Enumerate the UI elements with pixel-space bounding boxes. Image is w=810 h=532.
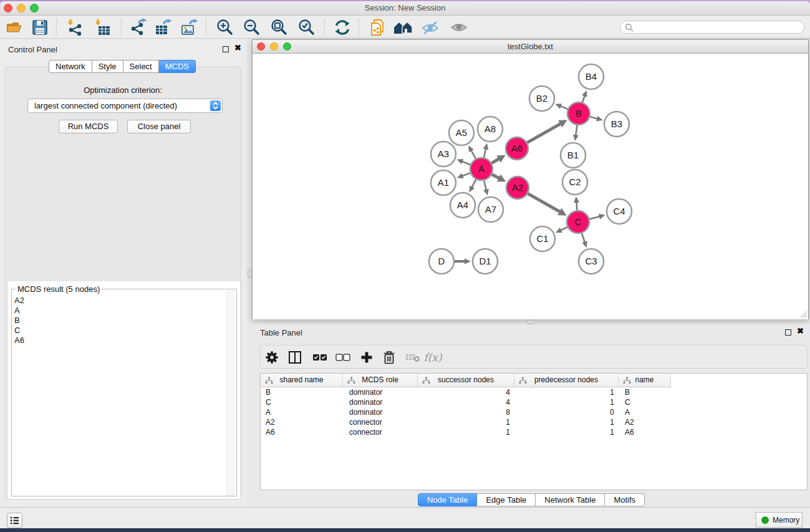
table-row[interactable]: Adominator80A <box>261 407 671 417</box>
column-header-name[interactable]: name <box>619 374 671 387</box>
float-panel-icon[interactable] <box>223 46 229 52</box>
zoom-window-button[interactable] <box>30 4 39 12</box>
tab-edge-table[interactable]: Edge Table <box>477 493 536 506</box>
toolbar-separator <box>359 19 359 35</box>
result-item[interactable]: A2 <box>14 296 24 306</box>
open-session-button[interactable] <box>3 17 26 37</box>
delete-table-button[interactable] <box>403 348 422 367</box>
search-input[interactable] <box>636 22 798 32</box>
tab-network[interactable]: Network <box>49 60 92 73</box>
table-row[interactable]: Bdominator41B <box>261 387 671 397</box>
delete-column-button[interactable] <box>380 348 398 367</box>
tab-mcds[interactable]: MCDS <box>159 60 196 73</box>
table-cell: 8 <box>418 407 514 417</box>
copy-document-icon <box>368 18 387 37</box>
graph-node-label: A5 <box>456 127 467 138</box>
deselect-all-button[interactable] <box>334 348 352 367</box>
eye-slash-icon <box>420 18 440 37</box>
close-panel-icon[interactable]: ✖ <box>234 44 241 52</box>
table-close-icon[interactable]: ✖ <box>797 327 804 335</box>
tab-network-table[interactable]: Network Table <box>536 493 605 506</box>
network-zoom-button[interactable] <box>283 42 291 51</box>
graph-node-label: D1 <box>479 256 491 266</box>
table-row[interactable]: A6connector11A6 <box>261 427 671 437</box>
tab-node-table[interactable]: Node Table <box>418 493 478 506</box>
checked-checkboxes-icon <box>312 350 327 365</box>
function-builder-button[interactable]: f(x) <box>423 348 442 367</box>
export-network-button[interactable] <box>127 17 150 37</box>
network-close-button[interactable] <box>257 42 265 51</box>
import-table-button[interactable] <box>91 17 113 37</box>
table-cell: A2 <box>619 417 671 427</box>
graph-node-label: C1 <box>536 233 548 244</box>
show-all-button[interactable] <box>448 17 470 37</box>
tab-motifs[interactable]: Motifs <box>605 493 645 506</box>
result-item[interactable]: A <box>14 306 24 316</box>
column-header-shared-name[interactable]: shared name <box>261 374 343 387</box>
column-type-icon <box>422 377 430 384</box>
table-row[interactable]: A2connector11A2 <box>261 417 671 427</box>
zoom-selected-button[interactable] <box>296 17 318 37</box>
select-all-button[interactable] <box>311 348 329 367</box>
tab-style[interactable]: Style <box>92 60 123 73</box>
refresh-view-button[interactable] <box>331 17 354 37</box>
column-header-MCDS-role[interactable]: MCDS role <box>343 374 418 387</box>
criterion-value: largest connected component (directed) <box>34 101 177 110</box>
copy-network-button[interactable] <box>366 17 388 37</box>
split-divider-handle-horizontal[interactable] <box>527 320 535 324</box>
home-layout-button[interactable] <box>392 17 415 37</box>
export-table-button[interactable] <box>152 17 175 37</box>
network-minimize-button[interactable] <box>270 42 278 51</box>
table-cell: dominator <box>343 387 418 397</box>
control-panel-title: Control Panel <box>8 45 57 54</box>
control-panel: Control Panel ✖ NetworkStyleSelectMCDS O… <box>0 39 246 507</box>
export-image-button[interactable] <box>178 17 201 37</box>
table-settings-button[interactable] <box>263 348 281 367</box>
network-canvas[interactable]: B4B2BB3A5A8A6A3B1AC2A1A2A4A7C4CC1C3DD1 <box>253 54 808 319</box>
close-window-button[interactable] <box>4 4 12 12</box>
task-history-button[interactable] <box>7 513 22 528</box>
split-divider-handle-vertical[interactable] <box>248 269 252 278</box>
graph-node-label: A6 <box>511 143 523 153</box>
graph-node-label: C3 <box>585 256 597 266</box>
tab-select[interactable]: Select <box>123 60 159 73</box>
run-mcds-button[interactable]: Run MCDS <box>59 120 118 133</box>
result-item[interactable]: B <box>14 316 24 326</box>
result-scrollbar[interactable] <box>226 291 234 496</box>
table-cell: dominator <box>343 407 418 417</box>
hide-selected-button[interactable] <box>419 17 441 37</box>
column-type-icon <box>519 377 527 384</box>
fx-icon: f(x) <box>423 351 441 364</box>
search-field[interactable] <box>620 21 804 34</box>
table-row[interactable]: Cdominator41C <box>261 397 671 407</box>
criterion-dropdown[interactable]: largest connected component (directed) <box>27 99 223 113</box>
import-network-button[interactable] <box>64 17 86 37</box>
zoom-in-icon <box>216 18 234 37</box>
graph-node-label: C4 <box>613 206 625 216</box>
add-column-button[interactable] <box>357 348 376 367</box>
result-item[interactable]: C <box>14 326 24 336</box>
close-panel-button[interactable]: Close panel <box>127 120 191 133</box>
column-type-icon <box>623 377 631 384</box>
dropdown-stepper[interactable] <box>210 100 221 111</box>
show-columns-button[interactable] <box>286 348 304 367</box>
table-cell: connector <box>343 427 418 437</box>
save-floppy-icon <box>31 18 49 37</box>
graph-edge-A6-B <box>528 123 561 142</box>
table-float-icon[interactable] <box>785 329 791 336</box>
resize-grip-icon[interactable] <box>799 310 808 318</box>
column-header-successor-nodes[interactable]: successor nodes <box>418 374 514 387</box>
memory-button[interactable]: Memory <box>756 512 803 528</box>
column-header-predecessor-nodes[interactable]: predecessor nodes <box>514 374 619 387</box>
zoom-out-button[interactable] <box>241 17 263 37</box>
table-cell: connector <box>343 417 418 427</box>
column-type-icon <box>265 377 273 384</box>
result-item[interactable]: A6 <box>14 336 24 346</box>
save-session-button[interactable] <box>29 17 51 37</box>
window-title: Session: New Session <box>0 1 810 15</box>
zoom-fit-button[interactable] <box>268 17 291 37</box>
graph-edge-A-A3 <box>462 162 471 165</box>
zoom-in-button[interactable] <box>214 17 236 37</box>
minimize-window-button[interactable] <box>17 4 26 12</box>
graph-node-label: C <box>575 216 582 227</box>
